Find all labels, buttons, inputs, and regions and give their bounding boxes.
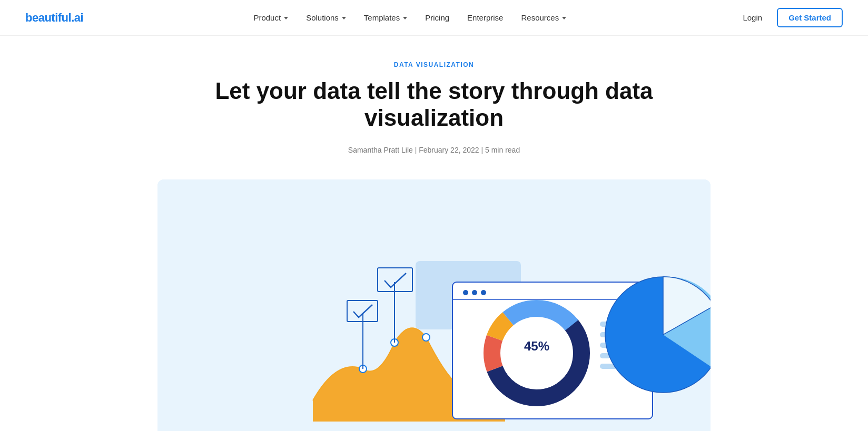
nav-item-product[interactable]: Product: [246, 9, 295, 26]
hero-illustration: 45%: [157, 179, 711, 431]
svg-point-19: [506, 323, 567, 384]
chevron-down-icon: [342, 17, 346, 19]
chevron-down-icon: [562, 17, 566, 19]
login-button[interactable]: Login: [736, 9, 768, 26]
svg-point-11: [472, 290, 477, 295]
article-title: Let your data tell the story through dat…: [210, 78, 658, 131]
logo-text-main: beautiful: [25, 11, 71, 24]
logo-text-accent: .ai: [71, 11, 83, 24]
nav-item-enterprise[interactable]: Enterprise: [460, 9, 510, 26]
svg-text:45%: 45%: [524, 339, 549, 353]
article-category: DATA VISUALIZATION: [210, 61, 658, 68]
main-content: DATA VISUALIZATION Let your data tell th…: [0, 36, 868, 431]
chevron-down-icon: [284, 17, 288, 19]
logo[interactable]: beautiful.ai: [25, 11, 83, 25]
article-meta: Samantha Pratt Lile | February 22, 2022 …: [210, 146, 658, 154]
nav-links: Product Solutions Templates Pricing Ente…: [246, 9, 574, 26]
svg-point-10: [463, 290, 468, 295]
svg-point-3: [422, 334, 430, 341]
nav-item-templates[interactable]: Templates: [357, 9, 415, 26]
nav-item-pricing[interactable]: Pricing: [418, 9, 457, 26]
nav-actions: Login Get Started: [736, 8, 843, 27]
get-started-button[interactable]: Get Started: [777, 8, 843, 27]
navbar: beautiful.ai Product Solutions Templates…: [0, 0, 868, 36]
nav-item-resources[interactable]: Resources: [514, 9, 574, 26]
nav-item-solutions[interactable]: Solutions: [299, 9, 353, 26]
svg-point-12: [481, 290, 486, 295]
chevron-down-icon: [403, 17, 407, 19]
